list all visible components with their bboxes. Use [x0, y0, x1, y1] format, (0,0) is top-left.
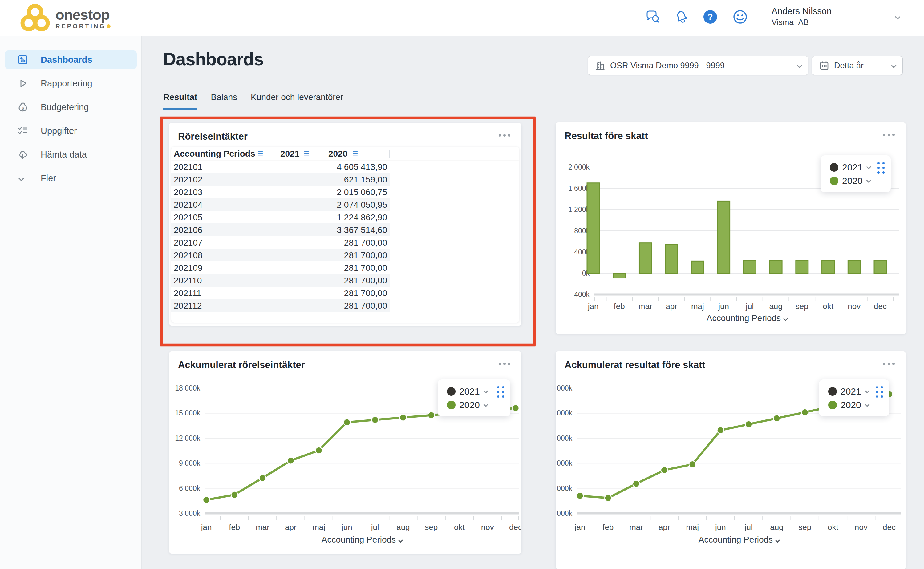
table-row: 2021032 015 060,75: [171, 186, 390, 198]
building-icon: [595, 60, 606, 71]
svg-text:aug: aug: [769, 301, 782, 311]
sidebar-item-label: Fler: [41, 173, 56, 183]
chevron-down-icon: [483, 388, 488, 393]
svg-text:3 000k: 3 000k: [556, 459, 572, 467]
tab-balans[interactable]: Balans: [211, 92, 237, 110]
tab-kunder-och-leverantorer[interactable]: Kunder och leverantörer: [251, 92, 343, 110]
sidebar-item-rapportering[interactable]: Rapportering: [5, 74, 137, 93]
svg-text:6 000k: 6 000k: [179, 484, 201, 492]
cell-period: 202107: [174, 238, 202, 248]
table-row: 2021014 605 413,90: [171, 160, 390, 173]
x-axis-title[interactable]: Accounting Periods: [205, 535, 519, 545]
legend-item-2020[interactable]: 2020: [830, 174, 891, 188]
legend-label: 2021: [842, 162, 863, 173]
calendar-icon: [819, 60, 830, 71]
svg-text:apr: apr: [659, 523, 670, 532]
sidebar-item-budgetering[interactable]: $ Budgetering: [5, 98, 137, 116]
sidebar-item-label: Rapportering: [41, 79, 92, 89]
money-bag-icon: $: [17, 102, 28, 113]
column-header-2020: 2020: [328, 149, 348, 159]
svg-text:mar: mar: [629, 523, 643, 532]
svg-text:3 000k: 3 000k: [179, 509, 201, 517]
sidebar-item-dashboards[interactable]: Dashboards: [5, 50, 137, 69]
smiley-icon[interactable]: [732, 9, 748, 24]
legend-drag-handle[interactable]: [497, 386, 504, 398]
cell-value-2021: 281 700,00: [344, 276, 387, 286]
user-company: Visma_AB: [772, 17, 832, 27]
user-name: Anders Nilsson: [772, 6, 832, 17]
column-menu-icon[interactable]: ≡: [304, 148, 309, 159]
chevron-down-icon: [891, 63, 897, 68]
column-menu-icon[interactable]: ≡: [352, 148, 358, 159]
data-table: Accounting Periods ≡ 2021 ≡ 2020 ≡ 20210…: [171, 147, 519, 323]
svg-text:jan: jan: [575, 523, 586, 532]
logo-dot: [107, 24, 111, 28]
tab-resultat[interactable]: Resultat: [163, 92, 197, 110]
x-axis-title[interactable]: Accounting Periods: [577, 535, 901, 545]
legend-item-2020[interactable]: 2020: [447, 398, 510, 412]
legend-dot-2021: [830, 163, 839, 172]
svg-text:maj: maj: [691, 301, 704, 311]
cell-value-2021: 281 700,00: [344, 251, 387, 260]
cell-value-2021: 281 700,00: [344, 238, 387, 248]
svg-text:feb: feb: [614, 301, 625, 311]
sidebar-item-hamta-data[interactable]: Hämta data: [5, 145, 137, 164]
cell-period: 202104: [174, 200, 202, 210]
svg-text:mar: mar: [639, 301, 653, 311]
table-row: 2021042 074 050,95: [171, 198, 390, 211]
widget-ackumulerat-rorelseintakter: Ackumulerat rörelseintäkter 18 000k15 00…: [169, 351, 521, 554]
cell-value-2021: 2 074 050,95: [337, 200, 387, 210]
column-header-accounting-periods: Accounting Periods: [174, 149, 255, 159]
widget-title: Rörelseintäkter: [178, 131, 248, 142]
legend-dot-2021: [828, 387, 837, 396]
bell-icon[interactable]: [674, 9, 689, 24]
logo-trefoil-icon: [19, 4, 51, 33]
sidebar-item-fler[interactable]: Fler: [5, 169, 137, 187]
svg-text:$: $: [21, 106, 24, 111]
logo-title: onestop: [55, 7, 111, 23]
legend-drag-handle[interactable]: [877, 162, 884, 173]
chevron-down-icon: [18, 175, 24, 181]
cell-value-2021: 2 015 060,75: [337, 187, 387, 197]
svg-text:aug: aug: [770, 523, 783, 532]
cell-period: 202102: [174, 175, 202, 185]
svg-text:jul: jul: [744, 523, 753, 532]
period-selector[interactable]: Detta år: [811, 56, 903, 75]
sidebar-item-label: Uppgifter: [41, 126, 77, 136]
top-header: onestop REPORTING ? Anders Nilsson Visma…: [0, 0, 924, 36]
svg-text:dec: dec: [509, 523, 521, 532]
sidebar-item-uppgifter[interactable]: Uppgifter: [5, 122, 137, 140]
widget-menu-button[interactable]: [499, 134, 510, 137]
logo-subtitle: REPORTING: [55, 23, 111, 30]
table-row: 202108281 700,00: [171, 249, 390, 261]
sidebar: Dashboards Rapportering $ Budgetering Up…: [0, 36, 142, 569]
user-menu-chevron-icon[interactable]: [895, 14, 900, 20]
svg-text:jun: jun: [341, 523, 352, 532]
cell-period: 202109: [174, 263, 202, 273]
svg-text:aug: aug: [396, 523, 410, 532]
widget-resultat-fore-skatt: Resultat före skatt 2 000k1 600k1 200k80…: [556, 122, 906, 334]
table-body: 2021014 605 413,90202102621 159,00202103…: [171, 160, 390, 312]
svg-text:apr: apr: [666, 301, 677, 311]
help-icon[interactable]: ?: [703, 9, 718, 24]
svg-text:apr: apr: [285, 523, 297, 532]
legend-item-2020[interactable]: 2020: [828, 398, 889, 412]
svg-text:6 000k: 6 000k: [556, 384, 572, 392]
table-row: 2021063 367 514,60: [171, 224, 390, 236]
svg-text:?: ?: [707, 12, 713, 21]
chevron-down-icon: [483, 402, 488, 407]
column-menu-icon[interactable]: ≡: [258, 148, 263, 159]
legend-drag-handle[interactable]: [876, 386, 883, 398]
legend-dot-2020: [447, 401, 456, 409]
cell-value-2021: 621 159,00: [344, 175, 387, 185]
company-selector[interactable]: OSR Visma Demo 9999 - 9999: [588, 56, 808, 75]
svg-text:mar: mar: [256, 523, 270, 532]
widget-rorelseintakter: Rörelseintäkter Accounting Periods ≡ 202…: [169, 123, 521, 326]
cell-period: 202110: [174, 276, 202, 286]
user-menu[interactable]: Anders Nilsson Visma_AB: [772, 6, 832, 27]
svg-text:1 600k: 1 600k: [568, 184, 590, 192]
x-axis-title[interactable]: Accounting Periods: [595, 313, 900, 323]
cell-value-2021: 281 700,00: [344, 301, 387, 311]
svg-text:nov: nov: [855, 523, 868, 532]
chat-icon[interactable]: [645, 9, 660, 24]
